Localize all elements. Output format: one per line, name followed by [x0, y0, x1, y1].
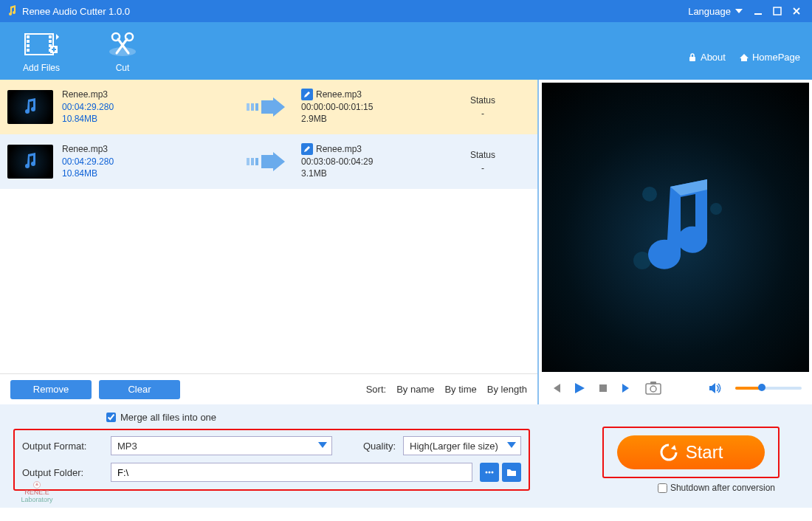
source-info: Renee.mp3 00:04:29.280 10.84MB: [62, 143, 232, 180]
scissors-icon: [106, 29, 139, 60]
language-label: Language: [688, 6, 731, 17]
source-duration: 00:04:29.280: [62, 101, 232, 114]
minimize-button[interactable]: [749, 4, 768, 18]
volume-slider[interactable]: [735, 387, 802, 390]
svg-rect-25: [599, 384, 607, 392]
volume-icon[interactable]: [709, 382, 722, 395]
output-folder-input[interactable]: [111, 463, 472, 482]
cut-label: Cut: [116, 63, 130, 73]
open-folder-button[interactable]: [502, 463, 521, 482]
start-button[interactable]: Start: [617, 435, 765, 469]
start-label: Start: [686, 442, 723, 463]
output-format-dropdown[interactable]: MP3: [111, 436, 332, 455]
edit-icon[interactable]: [301, 143, 313, 155]
svg-point-23: [710, 203, 722, 215]
output-panel: Merge all files into one Output Format: …: [0, 404, 812, 508]
quality-dropdown[interactable]: High(Larger file size): [403, 436, 521, 455]
refresh-icon: [659, 443, 678, 462]
arrow-icon: [241, 97, 292, 117]
file-row[interactable]: Renee.mp3 00:04:29.280 10.84MB Renee.mp3…: [0, 134, 537, 189]
file-thumbnail: [7, 90, 53, 124]
svg-rect-5: [27, 44, 30, 47]
add-files-button[interactable]: Add Files: [12, 29, 71, 73]
svg-point-22: [642, 187, 657, 201]
output-size: 2.9MB: [301, 113, 427, 125]
app-icon: [6, 5, 18, 17]
svg-rect-20: [251, 158, 254, 165]
output-settings-box: Output Format: MP3 Quality: High(Larger …: [13, 429, 530, 491]
status-header: Status: [436, 150, 530, 160]
shutdown-label: Shutdown after conversion: [670, 483, 775, 493]
sort-by-time[interactable]: By time: [444, 384, 476, 395]
output-size: 3.1MB: [301, 168, 427, 180]
chevron-down-icon: [735, 9, 743, 13]
music-note-icon: [613, 165, 738, 290]
snapshot-button[interactable]: [644, 382, 663, 395]
svg-rect-7: [49, 35, 52, 38]
toolbar-links: About HomePage: [687, 52, 800, 63]
sort-by-length[interactable]: By length: [487, 384, 527, 395]
merge-label: Merge all files into one: [120, 412, 216, 423]
svg-rect-1: [774, 7, 781, 15]
quality-label: Quality:: [363, 441, 396, 452]
prev-button[interactable]: [549, 382, 562, 395]
clear-button[interactable]: Clear: [99, 380, 180, 399]
sort-label: Sort:: [366, 384, 386, 395]
file-thumbnail: [7, 145, 53, 179]
quality-value: High(Larger file size): [410, 441, 498, 452]
svg-rect-8: [49, 40, 52, 43]
close-button[interactable]: [787, 4, 806, 18]
svg-rect-0: [754, 13, 762, 15]
source-filename: Renee.mp3: [62, 143, 232, 156]
svg-rect-26: [646, 384, 661, 394]
output-info: Renee.mp3 00:00:00-00:01:15 2.9MB: [301, 89, 427, 125]
remove-button[interactable]: Remove: [10, 380, 92, 399]
merge-checkbox-row: Merge all files into one: [106, 412, 799, 423]
svg-rect-21: [255, 158, 258, 165]
svg-point-28: [650, 386, 656, 392]
output-range: 00:00:00-00:01:15: [301, 101, 427, 114]
svg-rect-4: [27, 40, 30, 43]
stop-button[interactable]: [596, 382, 610, 395]
vendor-badge: RENE.E Laboratory: [7, 481, 66, 503]
language-dropdown[interactable]: Language: [688, 6, 743, 17]
merge-checkbox[interactable]: [106, 413, 116, 422]
main-area: Renee.mp3 00:04:29.280 10.84MB Renee.mp3…: [0, 80, 812, 404]
svg-point-12: [109, 47, 136, 56]
browse-button[interactable]: [480, 463, 499, 482]
file-list: Renee.mp3 00:04:29.280 10.84MB Renee.mp3…: [0, 80, 537, 373]
status-value: -: [436, 163, 530, 173]
svg-rect-15: [689, 57, 695, 61]
about-link[interactable]: About: [687, 52, 726, 63]
homepage-link[interactable]: HomePage: [739, 52, 800, 63]
titlebar: Renee Audio Cutter 1.0.0 Language: [0, 0, 812, 22]
svg-rect-17: [251, 103, 254, 111]
filmstrip-icon: [24, 29, 59, 60]
svg-rect-16: [247, 103, 250, 111]
play-button[interactable]: [573, 382, 586, 395]
next-button[interactable]: [620, 382, 633, 395]
status-header: Status: [436, 95, 530, 106]
shutdown-row: Shutdown after conversion: [658, 483, 775, 493]
output-format-label: Output Format:: [22, 441, 103, 452]
arrow-icon: [241, 152, 292, 171]
file-list-pane: Renee.mp3 00:04:29.280 10.84MB Renee.mp3…: [0, 80, 539, 404]
output-info: Renee.mp3 00:03:08-00:04:29 3.1MB: [301, 143, 427, 180]
add-files-label: Add Files: [23, 63, 60, 73]
edit-icon[interactable]: [301, 89, 313, 100]
status-value: -: [436, 108, 530, 119]
sort-by-name[interactable]: By name: [396, 384, 434, 395]
preview-pane: [539, 80, 812, 404]
maximize-button[interactable]: [768, 4, 787, 18]
list-bottom-bar: Remove Clear Sort: By name By time By le…: [0, 373, 537, 404]
output-filename: Renee.mp3: [316, 143, 362, 156]
shutdown-checkbox[interactable]: [658, 483, 667, 493]
chevron-down-icon: [507, 442, 516, 448]
cut-button[interactable]: Cut: [93, 29, 152, 73]
preview-area: [542, 83, 809, 372]
source-filename: Renee.mp3: [62, 89, 232, 101]
lock-icon: [687, 52, 698, 63]
file-row[interactable]: Renee.mp3 00:04:29.280 10.84MB Renee.mp3…: [0, 80, 537, 134]
start-box: Start: [602, 427, 780, 478]
toolbar: Add Files Cut About HomePage: [0, 22, 812, 80]
